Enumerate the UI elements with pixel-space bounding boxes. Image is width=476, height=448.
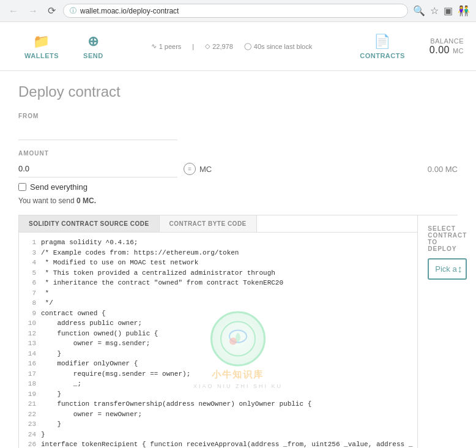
from-input[interactable]: [18, 123, 177, 140]
line-code: }: [41, 419, 61, 430]
code-line: 14 }: [24, 349, 412, 359]
currency-wrap: = MC: [184, 163, 212, 175]
line-code: }: [41, 430, 45, 440]
balance-label: BALANCE: [430, 37, 464, 45]
code-line: 26interface tokenRecipient { function re…: [24, 439, 412, 448]
code-line: 24}: [24, 430, 412, 440]
send-amount: 0 MC.: [76, 196, 96, 205]
code-line: 9contract owned {: [24, 308, 412, 319]
send-everything-checkbox[interactable]: [18, 183, 26, 191]
line-code: /* Example codes from: https://ethereum.…: [41, 248, 239, 258]
from-label: FROM: [18, 113, 458, 119]
line-code: * inheritance the contract "owned" from …: [41, 278, 283, 288]
contracts-icon: 📄: [374, 34, 391, 50]
line-number: 24: [24, 430, 36, 440]
browser-icons: 🔍 ☆ ▣ 👫: [413, 5, 470, 17]
line-code: * Modified to use on MOAC test network: [41, 258, 198, 268]
separator1: |: [192, 43, 194, 50]
tab-bytecode[interactable]: CONTRACT BYTE CODE: [160, 215, 257, 232]
code-line: 21 function transferOwnership(address ne…: [24, 399, 412, 409]
contract-select[interactable]: Pick a contract: [428, 258, 467, 280]
code-line: 5 * This token provided a centralized ad…: [24, 268, 412, 278]
line-code: pragma solidity ^0.4.16;: [41, 237, 138, 248]
refresh-button[interactable]: ⟳: [45, 4, 58, 18]
page-title: Deploy contract: [18, 83, 458, 100]
line-number: 22: [24, 409, 36, 420]
line-number: 4: [24, 258, 36, 268]
amount-row: = MC 0.00 MC: [18, 160, 458, 177]
lastblock-stat: ◯ 40s since last block: [244, 42, 312, 50]
line-number: 13: [24, 338, 36, 349]
line-code: require(msg.sender == owner);: [41, 369, 190, 379]
code-line: 8 */: [24, 298, 412, 308]
line-number: 16: [24, 359, 36, 369]
code-line: 18 _;: [24, 379, 412, 389]
line-number: 3: [24, 248, 36, 258]
send-icon: ⊕: [87, 34, 99, 50]
line-number: 9: [24, 308, 36, 319]
code-area: 1pragma solidity ^0.4.16;3/* Example cod…: [19, 233, 417, 448]
send-everything-label: Send everything: [30, 182, 87, 192]
code-line: 13 owner = msg.sender;: [24, 338, 412, 349]
blocks-value: 22,978: [212, 43, 233, 50]
wallets-label: WALLETS: [24, 52, 59, 59]
select-wrap: Pick a contract ↕: [428, 258, 467, 280]
amount-label: AMOUNT: [18, 150, 458, 157]
line-number: 10: [24, 318, 36, 329]
network-stats: ∿ 1 peers | ◇ 22,978 ◯ 40s since last bl…: [116, 42, 348, 50]
wallets-nav[interactable]: 📁 WALLETS: [12, 34, 71, 59]
app-header: 📁 WALLETS ⊕ SEND ∿ 1 peers | ◇ 22,978 ◯ …: [0, 22, 476, 71]
line-number: 21: [24, 399, 36, 409]
currency-icon: =: [184, 163, 196, 175]
line-number: 19: [24, 389, 36, 400]
code-line: 19 }: [24, 389, 412, 400]
contracts-nav[interactable]: 📄 CONTRACTS: [348, 34, 417, 59]
send-label: SEND: [83, 52, 103, 59]
line-code: function owned() public {: [41, 329, 158, 339]
line-number: 12: [24, 329, 36, 339]
clock-icon: ◯: [244, 42, 251, 50]
code-line: 22 owner = newOwner;: [24, 409, 412, 420]
back-button[interactable]: ←: [6, 4, 21, 18]
search-icon[interactable]: 🔍: [413, 5, 425, 17]
balance-display: 0.00 MC: [428, 165, 458, 174]
line-code: owner = msg.sender;: [41, 338, 150, 349]
line-code: contract owned {: [41, 308, 106, 319]
star-icon[interactable]: ☆: [430, 5, 439, 17]
browser-bar: ← → ⟳ ⓘ wallet.moac.io/deploy-contract 🔍…: [0, 0, 476, 22]
line-number: 26: [24, 439, 36, 448]
nav-right: 📄 CONTRACTS BALANCE 0.00 MC: [348, 34, 464, 59]
lastblock-value: 40s since last block: [254, 43, 312, 50]
wifi-icon: ∿: [151, 42, 157, 50]
send-nav[interactable]: ⊕ SEND: [71, 34, 116, 59]
account-icon[interactable]: 👫: [458, 5, 470, 17]
line-code: *: [41, 288, 49, 299]
tab-source[interactable]: SOLIDITY CONTRACT SOURCE CODE: [19, 215, 160, 232]
send-info: You want to send 0 MC.: [18, 196, 458, 205]
code-line: 12 function owned() public {: [24, 329, 412, 339]
extension-icon[interactable]: ▣: [444, 5, 453, 17]
code-line: 10 address public owner;: [24, 318, 412, 329]
line-number: 7: [24, 288, 36, 299]
amount-input[interactable]: [18, 160, 177, 177]
contracts-label: CONTRACTS: [360, 52, 405, 59]
balance-value: 0.00 MC: [430, 45, 464, 56]
code-line: 7 *: [24, 288, 412, 299]
main-content: Deploy contract FROM AMOUNT = MC 0.00 MC…: [0, 71, 476, 448]
contract-right-panel: SELECT CONTRACT TO DEPLOY Pick a contrac…: [418, 215, 476, 448]
send-everything-row: Send everything: [18, 182, 458, 192]
line-number: 23: [24, 419, 36, 430]
forward-button[interactable]: →: [26, 4, 40, 18]
contract-left-panel: SOLIDITY CONTRACT SOURCE CODE CONTRACT B…: [19, 215, 418, 448]
line-code: _;: [41, 379, 81, 389]
line-code: */: [41, 298, 53, 308]
line-code: address public owner;: [41, 318, 142, 329]
line-number: 5: [24, 268, 36, 278]
code-line: 6 * inheritance the contract "owned" fro…: [24, 278, 412, 288]
line-number: 8: [24, 298, 36, 308]
balance-section: BALANCE 0.00 MC: [430, 37, 464, 56]
page-title-light: contract: [68, 83, 120, 100]
address-bar[interactable]: ⓘ wallet.moac.io/deploy-contract: [63, 4, 408, 18]
line-number: 6: [24, 278, 36, 288]
amount-section: AMOUNT = MC 0.00 MC Send everything You …: [18, 150, 458, 205]
